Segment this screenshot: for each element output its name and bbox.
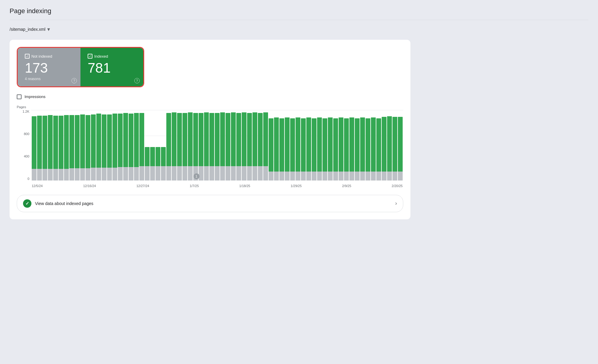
sitemap-dropdown[interactable]: /sitemap_index.xml ▾ — [10, 26, 588, 33]
bar-gray — [139, 166, 144, 180]
bar-green — [236, 113, 241, 166]
y-tick-1200: 1.2K — [22, 110, 29, 113]
bar-gray — [269, 172, 273, 181]
chart-marker: 1 — [194, 173, 200, 179]
bar-green — [134, 113, 139, 167]
bar-gray — [42, 169, 47, 181]
bar-group — [139, 110, 144, 181]
bar-green — [392, 117, 397, 171]
bar-green — [382, 117, 387, 171]
bar-green — [290, 118, 295, 172]
bar-group — [392, 110, 397, 181]
impressions-row: Impressions — [17, 94, 403, 99]
indexed-card[interactable]: Indexed 781 ? — [80, 48, 143, 86]
bar-green — [247, 113, 252, 166]
bar-gray — [242, 166, 246, 180]
bar-green — [398, 117, 403, 171]
bar-gray — [349, 172, 354, 181]
bar-gray — [258, 166, 263, 180]
bar-gray — [274, 172, 279, 181]
view-data-text: View data about indexed pages — [35, 201, 93, 206]
indexed-label: Indexed — [94, 54, 108, 59]
bar-green — [269, 118, 273, 172]
bar-gray — [333, 172, 338, 181]
impressions-checkbox[interactable] — [17, 94, 22, 99]
bar-green — [145, 147, 150, 166]
bar-group — [118, 110, 123, 181]
bar-green — [344, 118, 349, 172]
bar-green — [285, 117, 290, 171]
x-tick-8: 2/20/25 — [392, 184, 403, 188]
bar-group — [290, 110, 295, 181]
x-tick-7: 2/9/25 — [342, 184, 351, 188]
bar-group — [145, 110, 150, 181]
view-data-button[interactable]: View data about indexed pages › — [17, 195, 403, 212]
bar-group — [226, 110, 230, 181]
bar-group — [42, 110, 47, 181]
bar-group — [322, 110, 327, 181]
bar-gray — [75, 168, 80, 181]
bar-group — [150, 110, 155, 181]
bar-group — [107, 110, 112, 181]
bar-gray — [306, 172, 311, 181]
bar-green — [279, 118, 284, 172]
bar-gray — [118, 167, 123, 181]
bar-green — [328, 117, 333, 171]
indexed-count: 781 — [88, 60, 135, 76]
bar-green — [150, 147, 155, 166]
bar-gray — [382, 172, 387, 181]
bar-green — [139, 113, 144, 166]
impressions-label: Impressions — [25, 94, 45, 99]
bar-group — [269, 110, 273, 181]
bar-group — [96, 110, 101, 181]
chevron-down-icon: ▾ — [47, 26, 50, 33]
bar-gray — [166, 166, 171, 180]
y-tick-400: 400 — [24, 155, 29, 158]
bar-gray — [252, 166, 257, 180]
bar-green — [322, 118, 327, 172]
bar-gray — [371, 172, 376, 181]
bar-group — [69, 110, 74, 181]
bar-green — [75, 115, 80, 168]
bar-group — [285, 110, 290, 181]
chart-area: 1.2K 800 400 0 1 12/5/24 12/16/24 12/27/… — [17, 110, 403, 188]
not-indexed-card[interactable]: Not indexed 173 4 reasons ? — [18, 48, 80, 86]
bar-gray — [161, 166, 166, 180]
bar-green — [123, 113, 128, 167]
bar-green — [376, 118, 381, 172]
bar-gray — [296, 172, 300, 181]
bar-gray — [247, 166, 252, 180]
bar-gray — [172, 166, 176, 180]
main-card: Not indexed 173 4 reasons ? Indexed 781 … — [10, 40, 410, 219]
bar-gray — [59, 169, 63, 181]
bar-gray — [279, 172, 284, 181]
indexed-help-icon[interactable]: ? — [134, 78, 140, 83]
bar-gray — [64, 169, 69, 181]
bar-group — [242, 110, 246, 181]
bar-group — [59, 110, 63, 181]
bar-group — [53, 110, 58, 181]
bar-gray — [69, 168, 74, 181]
bar-group — [204, 110, 209, 181]
bar-green — [177, 113, 182, 166]
bar-gray — [204, 166, 209, 180]
bar-group — [86, 110, 90, 181]
bar-group — [317, 110, 322, 181]
bar-green — [172, 112, 176, 166]
bar-gray — [91, 168, 96, 181]
bar-group — [382, 110, 387, 181]
bar-group — [312, 110, 317, 181]
bar-green — [188, 112, 193, 166]
bar-group — [134, 110, 139, 181]
bar-group — [215, 110, 220, 181]
bar-green — [333, 118, 338, 172]
bar-green — [355, 118, 360, 172]
x-tick-6: 1/29/25 — [291, 184, 302, 188]
bar-gray — [301, 172, 306, 181]
bar-group — [279, 110, 284, 181]
bar-green — [226, 113, 230, 166]
not-indexed-help-icon[interactable]: ? — [71, 78, 77, 83]
bar-group — [166, 110, 171, 181]
bar-group — [129, 110, 133, 181]
bar-group — [366, 110, 370, 181]
